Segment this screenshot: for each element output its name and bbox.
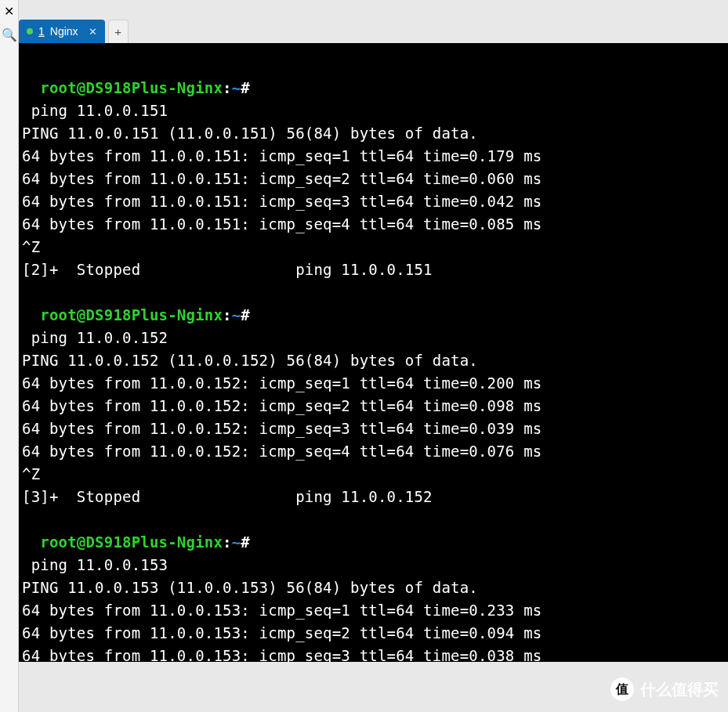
search-icon[interactable]: 🔍 <box>3 28 16 41</box>
suspend-signal: ^Z <box>22 236 725 258</box>
prompt-sep: : <box>223 533 232 551</box>
left-toolbar: ✕ 🔍 <box>0 0 19 712</box>
prompt-hash: # <box>241 533 250 551</box>
ping-header: PING 11.0.0.152 (11.0.0.152) 56(84) byte… <box>22 349 725 372</box>
prompt-sep: : <box>223 79 232 96</box>
ping-reply: 64 bytes from 11.0.0.152: icmp_seq=4 ttl… <box>22 440 725 463</box>
prompt-hash: # <box>241 306 250 323</box>
watermark: 值 什么值得买 <box>610 678 719 701</box>
ping-reply: 64 bytes from 11.0.0.152: icmp_seq=1 ttl… <box>22 372 725 395</box>
ping-reply: 64 bytes from 11.0.0.151: icmp_seq=1 ttl… <box>22 145 725 168</box>
new-tab-button[interactable]: + <box>108 20 129 43</box>
prompt-user-host: root@DS918Plus-Nginx <box>40 306 223 323</box>
tab-bar: 1 Nginx ✕ + <box>19 20 129 43</box>
close-icon[interactable]: ✕ <box>3 5 16 17</box>
prompt-hash: # <box>241 79 250 96</box>
ping-reply: 64 bytes from 11.0.0.151: icmp_seq=2 ttl… <box>22 168 725 190</box>
ping-reply: 64 bytes from 11.0.0.151: icmp_seq=4 ttl… <box>22 213 725 236</box>
suspend-signal: ^Z <box>22 463 725 486</box>
ping-reply: 64 bytes from 11.0.0.153: icmp_seq=3 ttl… <box>22 645 725 662</box>
prompt-path: ~ <box>232 306 241 323</box>
command-text: ping 11.0.0.151 <box>31 102 168 119</box>
prompt-path: ~ <box>232 79 241 96</box>
command-text: ping 11.0.0.152 <box>31 329 168 346</box>
command-text: ping 11.0.0.153 <box>31 556 168 573</box>
tab-number: 1 <box>38 25 45 38</box>
ping-reply: 64 bytes from 11.0.0.153: icmp_seq=2 ttl… <box>22 622 725 645</box>
job-stopped: [3]+ Stopped ping 11.0.0.152 <box>22 486 725 508</box>
ping-reply: 64 bytes from 11.0.0.151: icmp_seq=3 ttl… <box>22 190 725 213</box>
prompt-user-host: root@DS918Plus-Nginx <box>40 533 223 551</box>
ping-reply: 64 bytes from 11.0.0.152: icmp_seq=2 ttl… <box>22 395 725 417</box>
terminal-output[interactable]: root@DS918Plus-Nginx:~# ping 11.0.0.151P… <box>19 43 728 662</box>
watermark-badge-icon: 值 <box>610 678 634 701</box>
prompt-user-host: root@DS918Plus-Nginx <box>40 79 223 96</box>
tab-close-icon[interactable]: ✕ <box>84 26 97 38</box>
prompt-line: root@DS918Plus-Nginx:~# ping 11.0.0.152 <box>22 281 725 349</box>
prompt-line: root@DS918Plus-Nginx:~# ping 11.0.0.153 <box>22 508 725 576</box>
ping-header: PING 11.0.0.153 (11.0.0.153) 56(84) byte… <box>22 576 725 599</box>
tab-status-dot-icon <box>27 28 33 34</box>
watermark-text: 什么值得买 <box>640 679 719 700</box>
prompt-line: root@DS918Plus-Nginx:~# ping 11.0.0.151 <box>22 54 725 122</box>
ping-reply: 64 bytes from 11.0.0.152: icmp_seq=3 ttl… <box>22 417 725 440</box>
job-stopped: [2]+ Stopped ping 11.0.0.151 <box>22 258 725 281</box>
prompt-sep: : <box>223 306 232 323</box>
ping-header: PING 11.0.0.151 (11.0.0.151) 56(84) byte… <box>22 122 725 145</box>
tab-title: Nginx <box>50 25 78 38</box>
ping-reply: 64 bytes from 11.0.0.153: icmp_seq=1 ttl… <box>22 599 725 622</box>
tab-nginx[interactable]: 1 Nginx ✕ <box>19 20 105 43</box>
prompt-path: ~ <box>232 533 241 551</box>
